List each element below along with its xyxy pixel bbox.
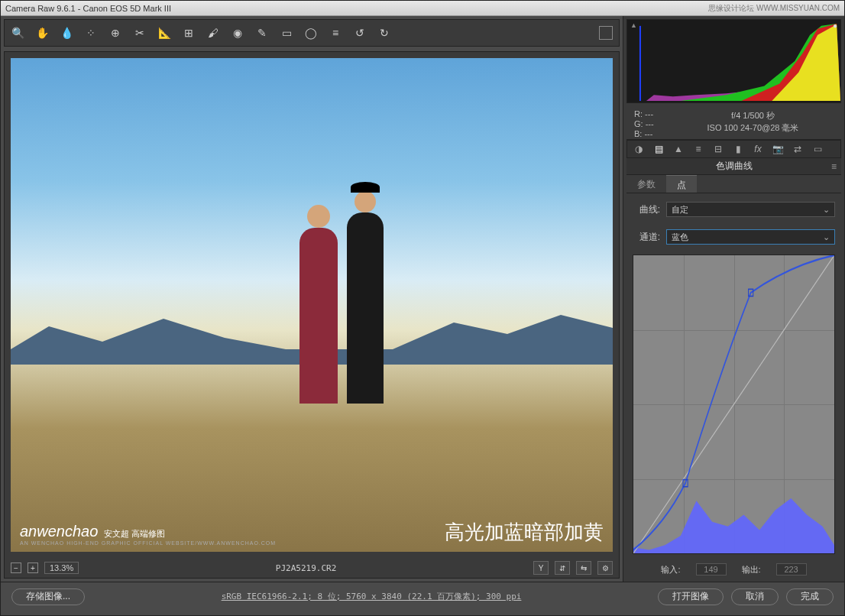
- image-caption: 高光加蓝暗部加黄: [445, 519, 604, 546]
- curve-tab-icon[interactable]: ▤: [652, 143, 665, 155]
- rect-icon[interactable]: ▭: [280, 26, 293, 40]
- split-tab-icon[interactable]: ⊟: [711, 143, 725, 155]
- settings-button[interactable]: ⚙: [597, 561, 613, 575]
- spot-icon[interactable]: ⊞: [182, 26, 196, 40]
- hand-tool-icon[interactable]: ✋: [35, 26, 49, 40]
- snapshot-tab-icon[interactable]: ▭: [811, 143, 824, 155]
- curve-editor[interactable]: [633, 255, 835, 554]
- histogram[interactable]: [626, 19, 841, 103]
- input-value[interactable]: [696, 563, 727, 575]
- image-watermark: anwenchao安文超 高端修图 AN WENCHAO HIGH-END GR…: [20, 523, 276, 546]
- camera-tab-icon[interactable]: 📷: [771, 143, 785, 155]
- compare-split-button[interactable]: ⇵: [555, 561, 570, 575]
- oval-icon[interactable]: ◯: [304, 26, 318, 40]
- rotate-ccw-icon[interactable]: ↺: [353, 26, 367, 40]
- input-label: 输入:: [661, 564, 680, 575]
- rotate-cw-icon[interactable]: ↻: [377, 26, 391, 40]
- preview-area: anwenchao安文超 高端修图 AN WENCHAO HIGH-END GR…: [4, 51, 620, 579]
- exif-info: R: --- G: --- B: --- f/4 1/500 秒 ISO 100…: [626, 106, 841, 140]
- output-label: 输出:: [742, 564, 761, 575]
- target-icon[interactable]: ⊕: [108, 26, 122, 40]
- toolbar: 🔍 ✋ 💧 ⁘ ⊕ ✂ 📐 ⊞ 🖌 ◉ ✎ ▭ ◯ ≡ ↺ ↻: [4, 19, 620, 47]
- tab-parametric[interactable]: 参数: [626, 175, 666, 193]
- fullscreen-icon[interactable]: [599, 26, 613, 40]
- straighten-icon[interactable]: 📐: [157, 26, 171, 40]
- minus-button[interactable]: −: [11, 563, 21, 573]
- cancel-button[interactable]: 取消: [731, 588, 779, 605]
- r-value: R: ---: [634, 109, 672, 119]
- hsl-tab-icon[interactable]: ≡: [691, 143, 705, 155]
- b-value: B: ---: [634, 129, 672, 139]
- footer: 存储图像... sRGB IEC61966-2.1; 8 位; 5760 x 3…: [1, 582, 844, 611]
- curve-label: 曲线:: [633, 203, 660, 216]
- save-button[interactable]: 存储图像...: [11, 588, 85, 605]
- output-value[interactable]: [776, 563, 807, 575]
- done-button[interactable]: 完成: [786, 588, 834, 605]
- titlebar: Camera Raw 9.6.1 - Canon EOS 5D Mark III…: [1, 1, 844, 16]
- detail-tab-icon[interactable]: ▲: [672, 143, 685, 155]
- filename-label: PJ2A5219.CR2: [276, 563, 336, 573]
- status-bar: − + 13.3% PJ2A5219.CR2 Y ⇵ ⇆ ⚙: [5, 558, 619, 578]
- plus-button[interactable]: +: [28, 563, 38, 573]
- svg-rect-0: [639, 26, 641, 101]
- basic-tab-icon[interactable]: ◑: [632, 143, 646, 155]
- panel-title: 色调曲线: [626, 158, 841, 175]
- tab-point[interactable]: 点: [666, 175, 697, 193]
- eyedropper-icon[interactable]: 💧: [60, 26, 73, 40]
- exif-line1: f/4 1/500 秒: [672, 109, 834, 122]
- panel-tabs: ◑ ▤ ▲ ≡ ⊟ ▮ fx 📷 ⇄ ▭: [626, 140, 841, 158]
- image-preview[interactable]: anwenchao安文超 高端修图 AN WENCHAO HIGH-END GR…: [11, 58, 613, 552]
- curve-io-row: 输入: 输出:: [626, 560, 841, 579]
- presets-tab-icon[interactable]: ⇄: [791, 143, 805, 155]
- zoom-tool-icon[interactable]: 🔍: [11, 26, 24, 40]
- open-button[interactable]: 打开图像: [658, 588, 724, 605]
- color-sampler-icon[interactable]: ⁘: [84, 26, 98, 40]
- swap-button[interactable]: ⇆: [576, 561, 591, 575]
- lens-tab-icon[interactable]: ▮: [731, 143, 745, 155]
- compare-y-button[interactable]: Y: [533, 561, 549, 575]
- channel-select[interactable]: 蓝色: [666, 229, 835, 245]
- adjustment-icon[interactable]: ✎: [255, 26, 269, 40]
- watermark-text: 思缘设计论坛 WWW.MISSYUAN.COM: [708, 3, 840, 14]
- curve-select[interactable]: 自定: [666, 202, 835, 217]
- image-info[interactable]: sRGB IEC61966-2.1; 8 位; 5760 x 3840 (22.…: [92, 591, 650, 602]
- curve-subtabs: 参数 点: [626, 175, 841, 193]
- list-icon[interactable]: ≡: [329, 26, 342, 40]
- crop-icon[interactable]: ✂: [133, 26, 147, 40]
- zoom-select[interactable]: 13.3%: [44, 562, 79, 574]
- redeye-icon[interactable]: ◉: [231, 26, 244, 40]
- window-title: Camera Raw 9.6.1 - Canon EOS 5D Mark III: [5, 4, 171, 13]
- fx-tab-icon[interactable]: fx: [751, 143, 765, 155]
- svg-line-1: [633, 255, 834, 553]
- exif-line2: ISO 100 24-70@28 毫米: [672, 122, 834, 134]
- brush-icon[interactable]: 🖌: [206, 26, 220, 40]
- channel-label: 通道:: [633, 231, 660, 244]
- g-value: G: ---: [634, 119, 672, 129]
